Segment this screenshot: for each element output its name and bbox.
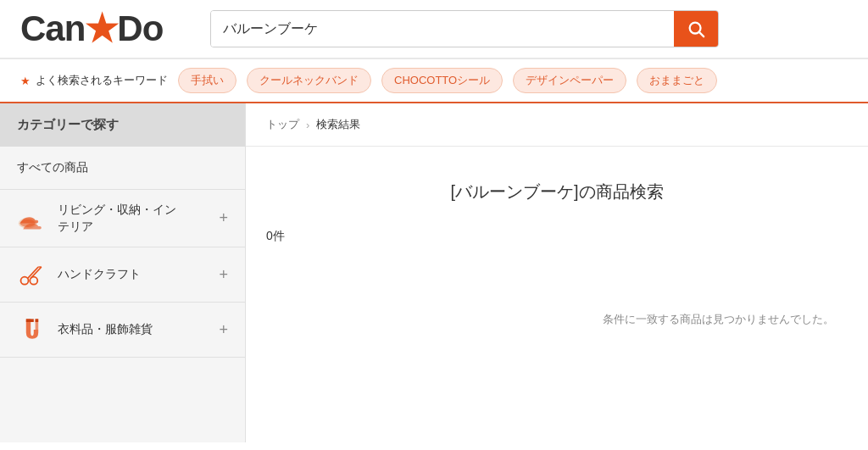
breadcrumb: トップ › 検索結果	[246, 103, 868, 147]
breadcrumb-top[interactable]: トップ	[266, 117, 299, 132]
logo-can: Can	[20, 11, 85, 47]
no-results-message: 条件に一致する商品は見つかりませんでした。	[246, 261, 868, 344]
keyword-tag-3[interactable]: デザインペーパー	[513, 68, 626, 93]
results-count: 0件	[246, 220, 868, 261]
header: Can★Do	[0, 0, 868, 59]
living-expand-icon: +	[219, 209, 228, 227]
sidebar-category-clothing[interactable]: 衣料品・服飾雑貨 +	[0, 303, 245, 358]
keyword-tag-4[interactable]: おままごと	[637, 68, 717, 93]
sidebar-category-living[interactable]: リビング・収納・インテリア +	[0, 190, 245, 247]
sidebar-header: カテゴリーで探す	[0, 103, 245, 147]
keyword-tag-2[interactable]: CHOCOTTOシール	[381, 68, 503, 93]
svg-rect-10	[36, 319, 39, 323]
content-area: トップ › 検索結果 [バルーンブーケ]の商品検索 0件 条件に一致する商品は見…	[246, 103, 868, 442]
clothing-expand-icon: +	[219, 321, 228, 339]
sidebar-category-living-label: リビング・収納・インテリア	[58, 202, 209, 235]
logo-do: Do	[117, 11, 163, 47]
search-input[interactable]	[211, 11, 674, 47]
search-results-title: [バルーンブーケ]の商品検索	[246, 147, 868, 220]
svg-line-1	[699, 32, 704, 36]
sidebar-all-products[interactable]: すべての商品	[0, 147, 245, 190]
keyword-tag-0[interactable]: 手拭い	[178, 68, 236, 93]
search-button[interactable]	[674, 11, 718, 47]
search-icon	[687, 19, 705, 38]
keywords-label: ★ よく検索されるキーワード	[20, 73, 168, 88]
sidebar-category-handcraft-label: ハンドクラフト	[58, 266, 209, 283]
breadcrumb-current: 検索結果	[316, 117, 360, 132]
keywords-bar: ★ よく検索されるキーワード 手拭い クールネックバンド CHOCOTTOシール…	[0, 59, 868, 103]
sidebar: カテゴリーで探す すべての商品 リビング・収納・インテリア +	[0, 103, 246, 442]
clothing-icon	[17, 314, 47, 345]
breadcrumb-separator: ›	[306, 119, 309, 131]
logo: Can★Do	[20, 10, 190, 47]
sidebar-category-handcraft[interactable]: ハンドクラフト +	[0, 247, 245, 303]
keyword-tag-1[interactable]: クールネックバンド	[247, 68, 371, 93]
sidebar-category-clothing-label: 衣料品・服飾雑貨	[58, 321, 209, 338]
svg-rect-9	[26, 319, 34, 323]
main-layout: カテゴリーで探す すべての商品 リビング・収納・インテリア +	[0, 103, 868, 442]
keywords-label-text: よく検索されるキーワード	[36, 73, 168, 88]
handcraft-icon	[17, 259, 47, 290]
living-icon	[17, 203, 47, 234]
star-icon: ★	[20, 75, 31, 87]
logo-star-icon: ★	[85, 10, 117, 47]
search-bar	[210, 10, 719, 47]
handcraft-expand-icon: +	[219, 266, 228, 284]
